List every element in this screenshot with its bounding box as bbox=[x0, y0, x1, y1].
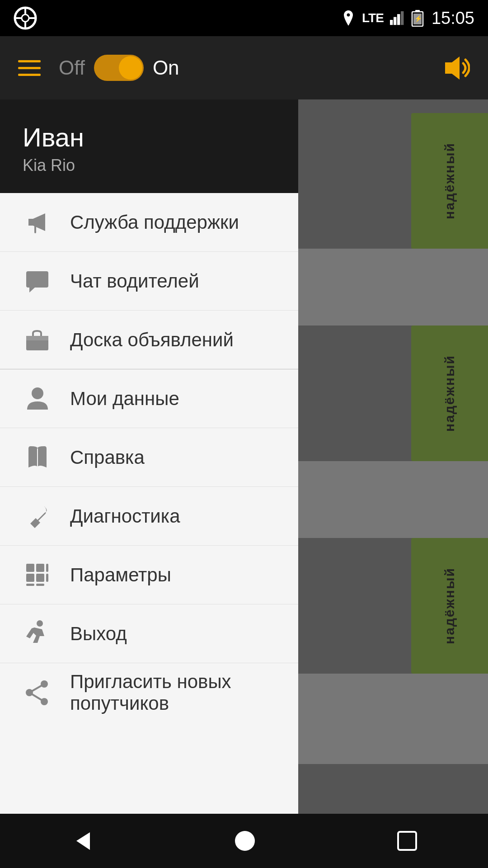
megaphone-icon bbox=[23, 210, 52, 235]
svg-point-31 bbox=[37, 620, 43, 627]
signal-icon bbox=[390, 9, 404, 27]
svg-rect-27 bbox=[26, 584, 34, 586]
svg-marker-14 bbox=[445, 57, 460, 80]
menu-label-params: Параметры bbox=[70, 564, 171, 586]
hamburger-menu-button[interactable] bbox=[18, 60, 41, 76]
main-area: Иван Kia Rio Служба поддержки bbox=[0, 99, 488, 814]
menu-label-support: Служба поддержки bbox=[70, 212, 239, 233]
menu-label-board: Доска объявлений bbox=[70, 329, 234, 351]
briefcase-icon bbox=[23, 329, 52, 351]
nav-recent-button[interactable] bbox=[396, 830, 418, 852]
user-name: Иван bbox=[23, 122, 276, 152]
nav-home-button[interactable] bbox=[234, 830, 256, 852]
battery-icon: ⚡ bbox=[411, 9, 425, 27]
grid-icon bbox=[23, 562, 52, 587]
menu-item-support[interactable]: Служба поддержки bbox=[0, 193, 298, 252]
card-1-text: надёжный bbox=[442, 142, 457, 219]
svg-line-36 bbox=[29, 693, 44, 702]
svg-rect-30 bbox=[46, 574, 48, 582]
menu-list: Служба поддержки Чат водителей bbox=[0, 193, 298, 814]
menu-item-mydata[interactable]: Мои данные bbox=[0, 369, 298, 428]
card-2: надёжный bbox=[411, 326, 488, 461]
svg-text:⚡: ⚡ bbox=[414, 15, 422, 23]
nav-back-button[interactable] bbox=[70, 829, 94, 854]
svg-point-20 bbox=[32, 387, 43, 399]
top-bar-left: Off On bbox=[18, 55, 179, 81]
menu-item-board[interactable]: Доска объявлений bbox=[0, 311, 298, 369]
navigation-drawer: Иван Kia Rio Служба поддержки bbox=[0, 99, 298, 814]
toggle-group: Off On bbox=[59, 55, 179, 81]
svg-rect-23 bbox=[26, 564, 34, 572]
svg-rect-25 bbox=[26, 574, 34, 582]
person-icon bbox=[23, 386, 52, 411]
svg-point-22 bbox=[42, 507, 46, 511]
card-2-text: надёжный bbox=[442, 355, 457, 432]
svg-rect-6 bbox=[390, 20, 393, 25]
svg-rect-28 bbox=[36, 584, 44, 586]
card-1: надёжный bbox=[411, 113, 488, 249]
menu-item-chat[interactable]: Чат водителей bbox=[0, 252, 298, 311]
menu-label-invite: Пригласить новых попутчиков bbox=[70, 671, 276, 714]
status-bar-right: LTE ⚡ 15:05 bbox=[341, 9, 474, 28]
menu-item-exit[interactable]: Выход bbox=[0, 604, 298, 663]
toggle-on-label: On bbox=[153, 57, 179, 79]
card-3-text: надёжный bbox=[442, 567, 457, 644]
wrench-icon bbox=[23, 504, 52, 528]
svg-point-1 bbox=[22, 14, 29, 22]
svg-rect-26 bbox=[36, 574, 44, 582]
svg-rect-9 bbox=[401, 11, 404, 25]
user-info-section: Иван Kia Rio bbox=[0, 99, 298, 193]
menu-item-params[interactable]: Параметры bbox=[0, 546, 298, 604]
share-icon bbox=[23, 680, 52, 705]
menu-item-help[interactable]: Справка bbox=[0, 428, 298, 487]
menu-label-exit: Выход bbox=[70, 623, 127, 645]
sound-icon[interactable] bbox=[441, 53, 470, 83]
status-time: 15:05 bbox=[432, 9, 474, 28]
menu-label-help: Справка bbox=[70, 447, 145, 468]
lte-icon: LTE bbox=[362, 11, 384, 25]
right-background: надёжный надёжный надёжный bbox=[298, 99, 488, 814]
svg-marker-37 bbox=[76, 832, 90, 850]
status-bar: LTE ⚡ 15:05 bbox=[0, 0, 488, 36]
location-icon bbox=[341, 9, 356, 27]
svg-rect-11 bbox=[415, 10, 420, 12]
svg-line-35 bbox=[29, 684, 44, 693]
chat-icon bbox=[23, 270, 52, 292]
book-icon bbox=[23, 445, 52, 470]
user-car: Kia Rio bbox=[23, 156, 276, 175]
gray-strip-1 bbox=[298, 249, 488, 326]
toggle-off-label: Off bbox=[59, 57, 85, 79]
toggle-knob bbox=[119, 56, 142, 80]
svg-rect-24 bbox=[36, 564, 44, 572]
run-icon bbox=[23, 620, 52, 647]
menu-label-diag: Диагностика bbox=[70, 505, 180, 527]
svg-rect-8 bbox=[397, 14, 400, 25]
svg-rect-7 bbox=[394, 17, 396, 25]
top-bar: Off On bbox=[0, 36, 488, 99]
menu-label-mydata: Мои данные bbox=[70, 388, 179, 410]
svg-rect-19 bbox=[26, 336, 48, 340]
steering-wheel-icon bbox=[14, 6, 37, 30]
menu-item-invite[interactable]: Пригласить новых попутчиков bbox=[0, 663, 298, 722]
svg-marker-17 bbox=[29, 288, 35, 292]
gray-strip-2 bbox=[298, 461, 488, 538]
menu-item-diag[interactable]: Диагностика bbox=[0, 487, 298, 546]
bottom-nav-bar bbox=[0, 814, 488, 868]
svg-rect-29 bbox=[46, 564, 48, 572]
card-3: надёжный bbox=[411, 538, 488, 674]
gray-strip-3 bbox=[298, 674, 488, 764]
svg-rect-39 bbox=[398, 832, 416, 850]
svg-rect-16 bbox=[26, 271, 48, 288]
menu-label-chat: Чат водителей bbox=[70, 270, 199, 292]
toggle-switch[interactable] bbox=[94, 55, 144, 81]
svg-point-38 bbox=[235, 831, 255, 851]
